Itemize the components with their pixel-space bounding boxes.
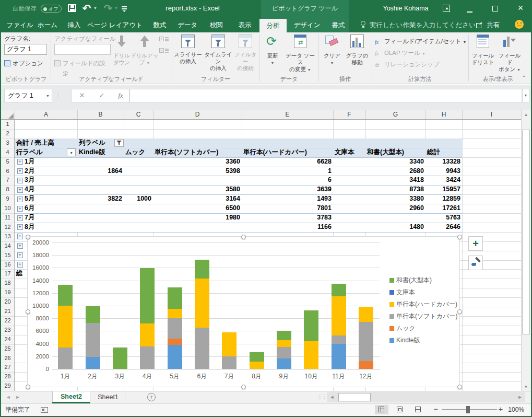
row-header-18[interactable]: 18 <box>1 279 14 288</box>
chart-selection-handle[interactable] <box>26 235 30 239</box>
scroll-up-icon[interactable]: ▲ <box>523 112 529 118</box>
sheet-tab-1[interactable]: Sheet1 <box>92 391 124 403</box>
row-header-16[interactable]: 16 <box>1 260 14 270</box>
v-scrollbar-thumb[interactable] <box>522 130 530 334</box>
row-header-22[interactable]: 22 <box>1 316 14 326</box>
expand-field-button[interactable]: + <box>159 36 169 43</box>
column-header-G[interactable]: G <box>365 110 425 119</box>
sheet-tab-active[interactable]: Sheet2 <box>52 391 90 402</box>
row-header-6[interactable]: 6 <box>1 167 14 176</box>
save-button[interactable] <box>68 4 76 12</box>
close-button[interactable]: × <box>514 0 527 17</box>
drill-down-button[interactable]: ドリルダウン <box>112 33 132 74</box>
sheet-nav-left-icon[interactable]: ◄ <box>4 391 13 403</box>
pivotchart-options-button[interactable]: オプション <box>3 58 48 68</box>
column-header-A[interactable]: A <box>15 110 77 119</box>
field-list-button[interactable]: フィールドリスト <box>471 33 495 74</box>
view-normal-button[interactable] <box>375 405 388 414</box>
cancel-icon[interactable]: ✕ <box>76 89 88 102</box>
minimize-button[interactable] <box>467 11 472 13</box>
h-scroll-right-icon[interactable]: ► <box>516 392 524 402</box>
enter-icon[interactable]: ✓ <box>96 89 108 102</box>
scroll-down-icon[interactable]: ▼ <box>523 385 529 390</box>
undo-button[interactable]: ↶ <box>81 1 92 16</box>
row-header-12[interactable]: 12 <box>1 223 14 232</box>
row-header-26[interactable]: 26 <box>1 354 14 363</box>
column-header-C[interactable]: C <box>124 110 153 119</box>
autosave-toggle[interactable]: オフ <box>41 5 62 13</box>
name-box-dropdown-icon[interactable]: ▼ <box>46 94 50 98</box>
zoom-slider-thumb[interactable] <box>466 406 470 413</box>
row-header-14[interactable]: 14 <box>1 241 14 251</box>
chart-styles-button[interactable] <box>468 256 483 270</box>
redo-dropdown[interactable]: ▼ <box>114 6 119 11</box>
maximize-button[interactable] <box>492 6 498 11</box>
row-header-2[interactable]: 2 <box>1 129 14 138</box>
column-header-E[interactable]: E <box>242 110 333 119</box>
view-page-break-button[interactable] <box>411 405 425 414</box>
active-field-input[interactable] <box>54 44 111 55</box>
share-label[interactable]: 共有 <box>487 18 504 32</box>
expand-button[interactable]: + <box>17 159 23 165</box>
refresh-button[interactable]: ⟳更新▼ <box>262 33 283 74</box>
row-header-24[interactable]: 24 <box>1 335 14 344</box>
expand-button[interactable]: + <box>17 168 23 174</box>
undo-dropdown[interactable]: ▼ <box>93 6 98 11</box>
row-header-20[interactable]: 20 <box>1 297 14 307</box>
zoom-out-button[interactable]: − <box>432 403 440 416</box>
row-header-19[interactable]: 19 <box>1 288 14 297</box>
column-labels-filter-button[interactable] <box>114 139 124 147</box>
row-header-13[interactable]: 13 <box>1 232 14 241</box>
new-sheet-button[interactable]: + <box>147 393 156 401</box>
view-page-layout-button[interactable] <box>393 405 407 414</box>
row-header-10[interactable]: 10 <box>1 204 14 213</box>
sheet-nav-right-icon[interactable]: ► <box>14 391 22 403</box>
name-box[interactable]: グラフ 1▼ <box>4 89 52 102</box>
pivot-chart[interactable]: 0200040006000800010000120001400016000180… <box>27 236 460 387</box>
row-header-27[interactable]: 27 <box>1 363 14 372</box>
formula-bar-expand-icon[interactable]: ▼ <box>522 89 529 102</box>
chart-selection-handle[interactable] <box>241 235 246 239</box>
chart-selection-handle[interactable] <box>457 309 462 314</box>
expand-button[interactable]: + <box>17 262 23 268</box>
tab-analyze-selected[interactable]: 分析 <box>259 19 287 32</box>
h-scrollbar-thumb[interactable] <box>338 393 371 401</box>
row-header-1[interactable]: 1 <box>1 120 14 129</box>
row-header-7[interactable]: 7 <box>1 176 14 185</box>
collapse-ribbon-button[interactable]: ⌃ <box>520 75 528 82</box>
row-labels-dropdown-button[interactable]: ▼ <box>67 148 76 156</box>
move-chart-button[interactable]: グラフの移動 <box>345 33 370 74</box>
collapse-field-button[interactable]: − <box>159 47 169 54</box>
row-header-8[interactable]: 8 <box>1 185 14 194</box>
insert-timeline-button[interactable]: タイムラインの挿入 <box>204 33 233 74</box>
row-header-4[interactable]: 4 <box>1 148 14 157</box>
field-settings-button[interactable]: フィールドの設定 <box>54 58 110 68</box>
change-data-source-button[interactable]: ⇄データ ソースの変更 ▼ <box>284 33 316 74</box>
filter-connections-button[interactable]: フィルターの接続 <box>233 33 258 74</box>
drill-up-button[interactable]: ドリルアップ ▼ <box>132 33 158 74</box>
row-header-29[interactable]: 29 <box>1 381 14 391</box>
expand-button[interactable]: + <box>17 178 23 183</box>
row-header-9[interactable]: 9 <box>1 194 14 204</box>
chart-selection-handle[interactable] <box>457 385 462 389</box>
tab-design[interactable]: デザイン <box>288 18 326 32</box>
row-header-23[interactable]: 23 <box>1 326 14 335</box>
expand-button[interactable]: + <box>17 187 23 193</box>
expand-button[interactable]: + <box>17 252 23 258</box>
column-header-B[interactable]: B <box>77 110 124 119</box>
feedback-smiley-icon[interactable] <box>515 20 524 29</box>
h-scroll-grip[interactable]: ⋮⋮ <box>317 393 322 401</box>
calc-olap-tools[interactable]: fxOLAP ツール ▼ <box>375 48 467 57</box>
row-header-21[interactable]: 21 <box>1 307 14 316</box>
row-header-28[interactable]: 28 <box>1 372 14 381</box>
field-buttons-button[interactable]: フィールドボタン ▼ <box>496 33 523 74</box>
chart-elements-button[interactable]: + <box>468 236 483 251</box>
macro-record-icon[interactable] <box>41 407 48 413</box>
calc-relationships[interactable]: ⧉リレーションシップ <box>375 60 467 69</box>
column-header-I[interactable]: I <box>462 110 521 119</box>
row-header-17[interactable]: 17 <box>1 269 14 279</box>
chart-selection-handle[interactable] <box>241 385 246 389</box>
chart-selection-handle[interactable] <box>26 309 30 314</box>
insert-slicer-button[interactable]: スライサーの挿入 <box>173 33 203 74</box>
zoom-level[interactable]: 100% <box>502 403 524 416</box>
